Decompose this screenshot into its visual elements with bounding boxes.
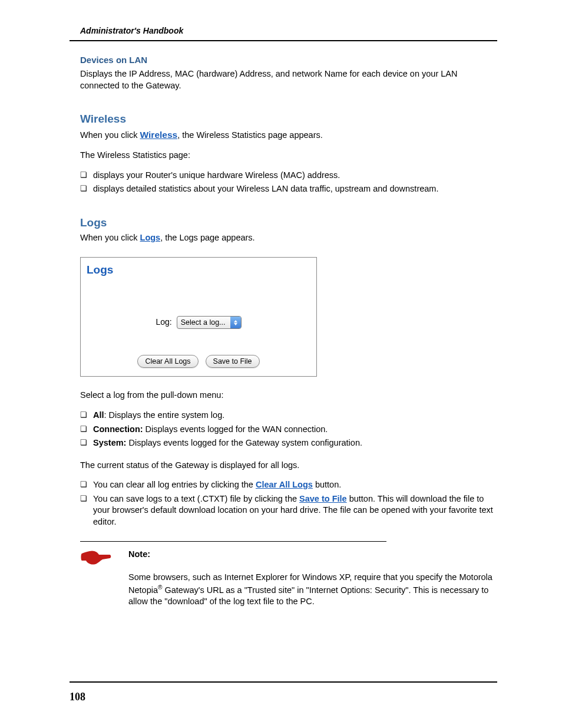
list-item: All: Displays the entire system log. — [80, 410, 497, 421]
running-header: Administrator's Handbook — [80, 26, 497, 35]
wireless-intro: When you click Wireless, the Wireless St… — [80, 129, 497, 141]
note-label: Note: — [128, 549, 497, 561]
save-to-file-link[interactable]: Save to File — [299, 494, 347, 503]
list-item: System: Displays events logged for the G… — [80, 437, 497, 449]
clear-all-logs-link[interactable]: Clear All Logs — [256, 480, 313, 489]
footer-rule — [70, 681, 497, 683]
option-name: System: — [93, 438, 126, 447]
save-to-file-button[interactable]: Save to File — [206, 355, 260, 368]
log-select[interactable]: Select a log... — [177, 316, 242, 329]
wireless-line2: The Wireless Statistics page: — [80, 150, 497, 162]
list-item: You can save logs to a text (.CTXT) file… — [80, 493, 497, 528]
wireless-intro-prefix: When you click — [80, 130, 140, 140]
logs-intro-suffix: , the Logs page appears. — [160, 233, 254, 242]
list-item: displays detailed statistics about your … — [80, 183, 497, 195]
option-name: Connection: — [93, 424, 143, 434]
option-desc: : Displays the entire system log. — [104, 410, 225, 420]
save-action-prefix: You can save logs to a text (.CTXT) file… — [93, 494, 299, 503]
note-body-suffix: Gateway's URL as a "Trusted site" in "In… — [128, 585, 488, 606]
logs-panel: Logs Log: Select a log... Clear All Logs… — [80, 257, 317, 377]
log-select-value: Select a log... — [177, 318, 230, 328]
logs-link[interactable]: Logs — [140, 233, 161, 242]
clear-all-logs-button[interactable]: Clear All Logs — [137, 355, 198, 368]
header-rule — [70, 40, 497, 41]
option-desc: Displays events logged for the Gateway s… — [126, 438, 362, 447]
wireless-heading: Wireless — [80, 111, 497, 127]
option-desc: Displays events logged for the WAN conne… — [143, 424, 328, 434]
wireless-link[interactable]: Wireless — [140, 130, 178, 140]
logs-panel-title: Logs — [87, 262, 310, 278]
logs-post-panel: Select a log from the pull-down menu: — [80, 390, 497, 401]
log-actions-list: You can clear all log entries by clickin… — [80, 479, 497, 528]
note-block: Note: Some browsers, such as Internet Ex… — [80, 549, 497, 608]
clear-action-suffix: button. — [313, 480, 341, 489]
option-name: All — [93, 410, 104, 420]
page-number: 108 — [70, 691, 85, 703]
list-item: You can clear all log entries by clickin… — [80, 479, 497, 491]
devices-on-lan-heading: Devices on LAN — [80, 54, 497, 66]
wireless-bullet-list: displays your Router's unique hardware W… — [80, 170, 497, 195]
select-arrows-icon — [230, 317, 241, 328]
note-body: Some browsers, such as Internet Explorer… — [128, 572, 497, 608]
pointing-hand-icon — [80, 548, 112, 570]
log-select-label: Log: — [156, 317, 171, 327]
note-separator — [80, 541, 386, 542]
logs-heading: Logs — [80, 215, 497, 230]
list-item: Connection: Displays events logged for t… — [80, 424, 497, 436]
clear-action-prefix: You can clear all log entries by clickin… — [93, 480, 256, 489]
logs-intro-prefix: When you click — [80, 233, 140, 242]
logs-intro: When you click Logs, the Logs page appea… — [80, 232, 497, 244]
wireless-intro-suffix: , the Wireless Statistics page appears. — [177, 130, 323, 140]
list-item: displays your Router's unique hardware W… — [80, 170, 497, 182]
devices-on-lan-body: Displays the IP Address, MAC (hardware) … — [80, 68, 497, 91]
log-options-list: All: Displays the entire system log. Con… — [80, 410, 497, 449]
logs-status-line: The current status of the Gateway is dis… — [80, 460, 497, 472]
